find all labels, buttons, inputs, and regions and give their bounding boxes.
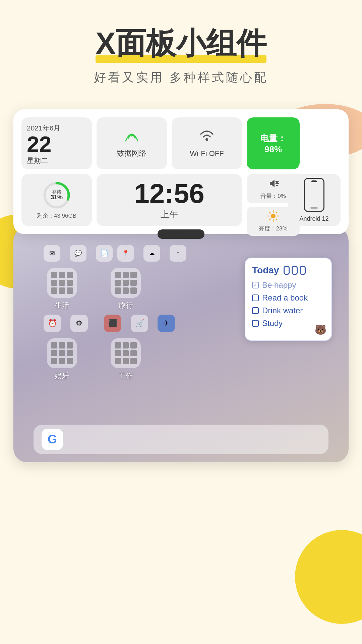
app-send[interactable]: ✈ (158, 315, 175, 332)
folder-life-label: 生活 (47, 301, 77, 311)
date-year-month: 2021年6月 (27, 123, 60, 133)
app-red[interactable]: ⬛ (104, 315, 121, 332)
svg-marker-4 (270, 180, 275, 187)
app-clock[interactable]: ⏰ (44, 315, 61, 332)
clock-time: 12:56 (134, 180, 204, 207)
svg-line-15 (269, 212, 270, 213)
app-icon-msg[interactable]: 💬 (70, 245, 86, 262)
folder-entertainment[interactable]: 娱乐 (47, 338, 77, 381)
folder-work[interactable]: 工作 (111, 338, 141, 381)
todo-item-3[interactable]: Drink water (252, 306, 324, 315)
wifi-cell[interactable]: Wi-Fi OFF (172, 117, 242, 169)
storage-remaining: 剩余：43.96GB (37, 212, 76, 220)
network-cell[interactable]: 数据网络 (97, 117, 167, 169)
network-label: 数据网络 (117, 148, 146, 158)
brightness-icon (267, 210, 279, 223)
battery-cell: 电量：98% (247, 117, 300, 169)
storage-cell: 存储 31% 剩余：43.96GB (21, 174, 92, 226)
status-bar-pill (158, 229, 204, 239)
todo-item-2[interactable]: Read a book (252, 293, 324, 303)
page-title: X面板小组件 (96, 27, 266, 60)
deco-yellow-right (295, 530, 362, 624)
todo-item-1[interactable]: ✓ Be happy (252, 280, 324, 290)
app-icons-top: ✉ 💬 📄 (44, 245, 113, 262)
folders-row2: 娱乐 工作 (47, 338, 141, 381)
subtitle: 好看又实用 多种样式随心配 (20, 69, 342, 86)
app-icons-row2: ⏰ ⚙ (44, 315, 88, 332)
header: X面板小组件 好看又实用 多种样式随心配 (0, 0, 362, 93)
todo-checkbox-3[interactable] (252, 307, 259, 314)
svg-point-10 (271, 214, 276, 218)
app-settings[interactable]: ⚙ (70, 315, 88, 332)
todo-ring-3 (300, 266, 306, 275)
todo-ring-1 (284, 266, 290, 275)
folder-travel-label: 旅行 (111, 301, 141, 311)
todo-title: Today (252, 265, 279, 276)
app-icon-cloud[interactable]: ☁ (143, 245, 160, 262)
svg-line-17 (276, 212, 278, 213)
todo-text-1: Be happy (262, 280, 296, 290)
svg-line-18 (269, 219, 270, 220)
folder-travel[interactable]: 旅行 (111, 268, 141, 311)
folder-work-label: 工作 (111, 371, 141, 381)
todo-widget: Today ✓ Be happy Read a book Drink water (245, 258, 332, 341)
date-day: 22 (27, 133, 51, 156)
content-area: 2021年6月 22 星期二 数据网络 (13, 109, 349, 462)
todo-ring-2 (292, 266, 298, 275)
folder-life[interactable]: 生活 (47, 268, 77, 311)
phone-display-label: Android 12 (299, 215, 328, 222)
volume-label: 音量：0% (260, 192, 286, 200)
date-cell: 2021年6月 22 星期二 (21, 117, 92, 169)
todo-checkbox-1[interactable]: ✓ (252, 282, 259, 288)
wifi-label: Wi-Fi OFF (190, 149, 224, 158)
storage-percent: 31% (51, 194, 63, 201)
todo-text-3: Drink water (262, 306, 303, 315)
date-weekday: 星期二 (27, 156, 48, 165)
phone-frame (304, 178, 324, 212)
dock: G (34, 425, 328, 454)
app-icon-doc[interactable]: 📄 (96, 245, 113, 262)
dock-google-icon[interactable]: G (42, 429, 63, 450)
battery-text: 电量：98% (253, 132, 294, 155)
todo-text-4: Study (262, 319, 283, 328)
todo-item-4[interactable]: Study (252, 319, 324, 328)
todo-checkbox-4[interactable] (252, 320, 259, 327)
app-icon-arrow[interactable]: ↑ (170, 245, 186, 262)
svg-point-1 (205, 138, 208, 141)
todo-text-2: Read a book (262, 293, 308, 303)
folders-row1: 生活 旅行 (47, 268, 141, 311)
app-store[interactable]: 🛒 (131, 315, 148, 332)
volume-icon (267, 177, 279, 191)
todo-checkbox-2[interactable] (252, 294, 259, 301)
clock-ampm: 上午 (161, 209, 178, 220)
status-bar (13, 227, 349, 241)
app-icon-mail[interactable]: ✉ (44, 245, 60, 262)
phone-display-cell: Android 12 (288, 174, 341, 226)
todo-bear-icon: 🐻 (315, 324, 326, 335)
folder-entertainment-label: 娱乐 (47, 371, 77, 381)
svg-line-16 (276, 219, 278, 220)
app-icons-row2b: ⬛ 🛒 ✈ (104, 315, 175, 332)
app-icon-pin[interactable]: 📍 (117, 245, 134, 262)
app-icons-mid: 📍 ☁ ↑ (117, 245, 186, 262)
network-icon (123, 129, 140, 145)
phone-screenshot: ✉ 💬 📄 📍 ☁ ↑ (13, 227, 349, 462)
clock-cell: 12:56 上午 (97, 174, 242, 226)
wifi-icon (198, 129, 216, 146)
widget-panel: 2021年6月 22 星期二 数据网络 (13, 109, 349, 234)
